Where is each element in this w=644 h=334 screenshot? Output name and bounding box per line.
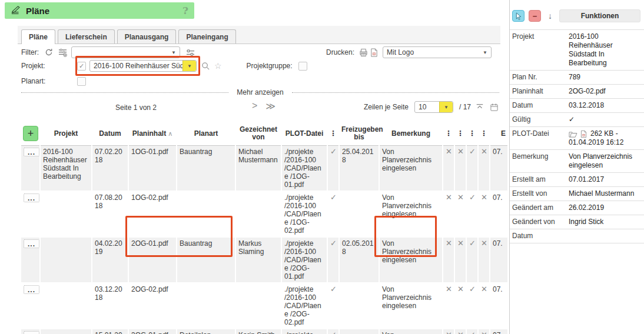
cell-planinhalt: 2OG-02.pdf <box>128 283 177 329</box>
cell-planart: Detailplan <box>177 329 235 334</box>
cell-gezeichnet-von: Karin Smith <box>235 329 281 334</box>
row-flag-icon[interactable]: ✓ <box>466 283 478 329</box>
tab-planeingang[interactable]: Planeingang <box>178 29 235 44</box>
print-logo-select[interactable]: Mit Logo ▼ <box>383 46 492 58</box>
row-flag-icon[interactable]: ✕ <box>443 329 454 334</box>
detail-value: 07.01.2017 <box>569 175 604 183</box>
cell-plot-datei: ./projekte /2016-100 /CAD/Plaene /3OG-01… <box>281 329 327 334</box>
planart-checkbox[interactable] <box>77 77 86 86</box>
col-datum: Datum <box>92 122 128 146</box>
column-menu-icon[interactable]: ⋮ <box>443 122 454 146</box>
calendar-icon[interactable] <box>489 102 499 112</box>
detail-value: 2016-100 Reihenhäuser Südstadt In Bearbe… <box>569 32 613 67</box>
detail-row: Erstellt am 07.01.2017 <box>510 173 644 187</box>
detail-label: Datum <box>510 99 566 113</box>
row-flag-icon[interactable]: ✕ <box>443 283 454 329</box>
table-row: ... 2016-100 Reihenhäuser Südstadt In Be… <box>21 146 507 192</box>
row-menu-button[interactable]: ... <box>24 285 39 294</box>
table-row: ... 03.12.2018 2OG-02.pdf ./projekte /20… <box>21 283 507 329</box>
favorite-star-icon[interactable]: ☆ <box>214 61 222 71</box>
row-flag-icon[interactable]: ✕ <box>443 191 454 237</box>
cell-gezeichnet-von <box>235 191 281 237</box>
cell-erstellt: 07. <box>490 237 507 283</box>
detail-row: Geändert am 26.02.2019 <box>510 201 644 215</box>
row-flag-icon[interactable]: ✕ <box>454 329 466 334</box>
move-down-icon[interactable]: ↓ <box>548 11 552 21</box>
last-page-button[interactable]: ≫ <box>265 101 275 112</box>
cell-planinhalt: 1OG-02.pdf <box>128 191 177 237</box>
row-menu-button[interactable]: ... <box>24 193 39 202</box>
row-menu-button[interactable]: ... <box>24 331 39 334</box>
cell-freizugeben-bis <box>339 329 379 334</box>
col-planart: Planart <box>177 122 235 146</box>
row-flag-icon[interactable]: ✕ <box>454 237 466 283</box>
cell-erstellt: 07. <box>490 329 507 334</box>
detail-panel: − ↓ Funktionen Projekt 2016-100 Reihenhä… <box>509 0 644 334</box>
row-flag-icon[interactable]: ✕ <box>478 329 490 334</box>
row-flag-icon[interactable]: ✕ <box>443 146 454 192</box>
page-size-value: 10 <box>415 103 439 111</box>
pdf-icon[interactable] <box>369 47 379 58</box>
detail-label: PLOT-Datei <box>510 127 566 150</box>
row-flag-icon[interactable]: ✕ <box>454 146 466 192</box>
row-flag-icon[interactable]: ✕ <box>478 283 490 329</box>
col-planinhalt[interactable]: Planinhalt∧ <box>128 122 177 146</box>
row-flag-icon[interactable]: ✓ <box>466 237 478 283</box>
tab-plaene[interactable]: Pläne <box>21 29 55 44</box>
select-cursor-button[interactable] <box>512 10 525 22</box>
funktionen-button[interactable]: Funktionen <box>559 9 640 22</box>
row-flag-icon[interactable]: ✕ <box>454 191 466 237</box>
next-page-button[interactable]: > <box>252 101 257 112</box>
tab-lieferschein[interactable]: Lieferschein <box>58 29 115 44</box>
cell-bemerkung: Von Planverzeichnis eingelesen <box>379 329 443 334</box>
filter-row: Filter: ▼ Drucken: Mit Logo ▼ <box>21 46 499 59</box>
projekt-select[interactable]: 2016-100 Reihenhäuser Südstadt In Bearbe… <box>89 60 197 72</box>
table-row: ... 04.02.2019 2OG-01.pdf Bauantrag Mark… <box>21 237 507 283</box>
scroll-top-icon[interactable] <box>474 102 485 112</box>
column-menu-icon[interactable]: ⋮ <box>454 122 466 146</box>
pagination-bar: Seite 1 von 2 > ≫ Zeilen je Seite 10 ▼ /… <box>21 100 499 116</box>
column-menu-icon[interactable]: ⋮ <box>327 122 339 146</box>
add-filter-icon[interactable] <box>57 47 68 58</box>
projekt-filter-checkbox[interactable]: ✓ <box>77 62 86 71</box>
detail-value: Michael Mustermann <box>569 189 634 198</box>
row-flag-icon[interactable]: ✕ <box>478 146 490 192</box>
detail-label: Gültig <box>510 113 566 127</box>
col-bemerkung: Bemerkung <box>379 122 443 146</box>
tab-planausgang[interactable]: Planausgang <box>117 29 177 44</box>
cell-planinhalt: 1OG-01.pdf <box>128 146 177 192</box>
saved-filter-select[interactable]: ▼ <box>71 46 180 58</box>
pdf-file-icon[interactable] <box>580 130 587 138</box>
row-flag-icon[interactable]: ✕ <box>478 191 490 237</box>
projekt-label: Projekt: <box>21 62 77 70</box>
filter-settings-icon[interactable] <box>185 47 195 58</box>
row-flag-icon[interactable]: ✓ <box>466 191 478 237</box>
row-flag-icon[interactable]: ✓ <box>466 146 478 192</box>
print-icon[interactable] <box>358 47 369 58</box>
cell-freizugeben-bis <box>339 283 379 329</box>
search-icon[interactable] <box>200 61 211 71</box>
column-menu-icon[interactable]: ⋮ <box>466 122 478 146</box>
refresh-icon[interactable] <box>44 47 54 58</box>
projektgruppe-checkbox[interactable] <box>298 62 307 71</box>
row-flag-icon[interactable]: ✕ <box>454 283 466 329</box>
cell-gezeichnet-von <box>235 283 281 329</box>
mehr-anzeigen-link[interactable]: Mehr anzeigen <box>237 88 283 96</box>
detail-value: ✓ <box>569 115 575 123</box>
dotted-divider <box>292 92 499 93</box>
cell-datum: 07.08.2018 <box>92 191 128 237</box>
row-flag-icon[interactable]: ✕ <box>443 237 454 283</box>
row-menu-button[interactable]: ... <box>24 148 39 156</box>
cell-planinhalt: 3OG-01.pdf <box>128 329 177 334</box>
add-plan-button[interactable]: + <box>23 126 38 141</box>
row-flag-icon[interactable]: ✕ <box>478 237 490 283</box>
remove-button[interactable]: − <box>529 10 541 22</box>
page-size-select[interactable]: 10 ▼ <box>414 101 453 113</box>
row-menu-button[interactable]: ... <box>24 239 39 248</box>
col-plot-datei: PLOT-Datei <box>281 122 327 146</box>
open-folder-icon[interactable] <box>569 131 577 138</box>
row-flag-icon[interactable]: ✓ <box>466 329 478 334</box>
valid-check-icon: ✓ <box>327 146 339 192</box>
help-icon[interactable]: ? <box>182 5 188 16</box>
column-menu-icon[interactable]: ⋮ <box>478 122 490 146</box>
